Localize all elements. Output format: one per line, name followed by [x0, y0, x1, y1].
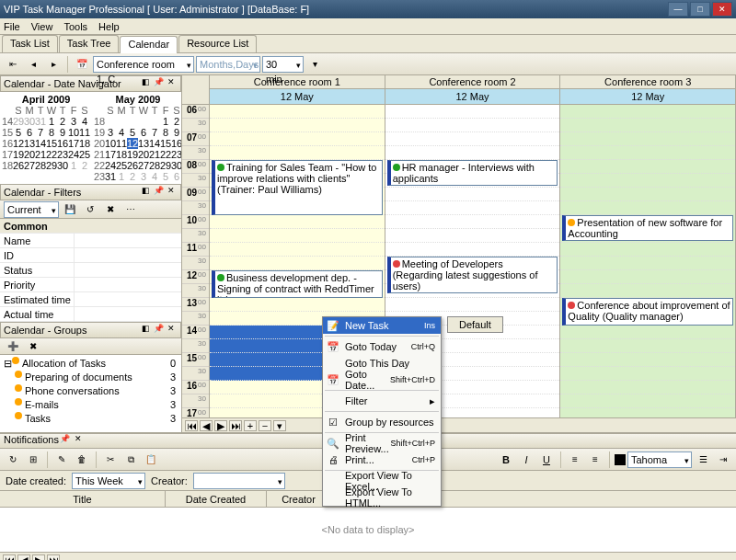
filter-more-icon[interactable]: ⋯	[121, 200, 140, 219]
menu-view[interactable]: View	[31, 18, 53, 34]
calendar-scroll-nav: ⏮ ◀ ▶ ⏭ + − ▾	[182, 417, 736, 432]
ctx-gotodate[interactable]: 📅Goto Date...Shift+Ctrl+D	[323, 371, 441, 388]
nav-first-button[interactable]: ⇤	[4, 55, 22, 74]
paste-icon[interactable]: 📋	[142, 451, 160, 469]
tree-item[interactable]: Phone conversations3	[2, 384, 179, 398]
cut-icon[interactable]: ✂	[101, 451, 120, 469]
groups-tree: ⊟ Allocation of Tasks0 Preparing of docu…	[0, 355, 181, 432]
col-title[interactable]: Title	[0, 491, 166, 507]
close-button[interactable]: ✕	[712, 2, 732, 17]
expand-icon[interactable]: ⊞	[24, 451, 42, 469]
date-navigator[interactable]: April 2009 SMTWTFS 142930311234 15567891…	[0, 92, 181, 184]
nav-first-icon[interactable]: ⏮	[3, 554, 16, 561]
appointment[interactable]: HR manager - Interviews with applicants	[387, 160, 558, 186]
refresh-icon[interactable]: ↻	[4, 451, 22, 469]
nav-first-icon[interactable]: ⏮	[185, 420, 198, 431]
left-icon[interactable]: ◧	[139, 77, 152, 90]
tree-item[interactable]: Tasks3	[2, 412, 179, 426]
align-center-icon[interactable]: ≡	[586, 451, 604, 469]
appointment[interactable]: Presentation of new software for Account…	[562, 215, 733, 241]
pin-icon[interactable]: 📌	[59, 434, 72, 447]
tree-item[interactable]: Preparing of documents3	[2, 371, 179, 384]
group-add-icon[interactable]: ➕	[4, 337, 22, 356]
datecreated-combo[interactable]: This Week	[72, 473, 145, 489]
nav-last-icon[interactable]: ⏭	[47, 554, 60, 561]
filter-reset-icon[interactable]: ↺	[81, 200, 99, 219]
font-combo[interactable]: Tahoma	[627, 451, 692, 468]
ctx-filter[interactable]: Filter	[323, 393, 441, 409]
italic-icon[interactable]: I	[517, 451, 535, 469]
maximize-button[interactable]: □	[690, 2, 710, 17]
creator-combo[interactable]	[193, 473, 285, 489]
ctx-groupby[interactable]: ☑Group by resources	[323, 414, 441, 430]
ctx-newtask[interactable]: 📝New TaskIns	[323, 317, 441, 334]
filter-acttime[interactable]: Actual time	[0, 309, 74, 320]
ctx-print[interactable]: 🖨Print...Ctrl+P	[323, 451, 441, 468]
tree-item[interactable]: E-mails3	[2, 398, 179, 412]
pin-icon[interactable]: 📌	[152, 324, 165, 337]
tab-tasklist[interactable]: Task List	[2, 35, 58, 52]
nav-last-icon[interactable]: ⏭	[229, 420, 242, 431]
color-swatch[interactable]	[615, 454, 626, 465]
col-datecreated[interactable]: Date Created	[166, 491, 267, 507]
appointment[interactable]: Training for Sales Team - "How to improv…	[212, 160, 383, 215]
tree-root[interactable]: ⊟ Allocation of Tasks0	[2, 357, 179, 371]
nav-next-button[interactable]: ▸	[44, 55, 63, 74]
default-button[interactable]: Default	[447, 316, 503, 333]
left-icon[interactable]: ◧	[139, 186, 152, 199]
pin-icon[interactable]: 📌	[152, 186, 165, 199]
group-del-icon[interactable]: ✖	[24, 337, 42, 356]
nav-next-icon[interactable]: ▶	[214, 420, 227, 431]
filter-preset-combo[interactable]: Current	[4, 201, 59, 218]
panel-close-icon[interactable]: ✕	[165, 186, 178, 199]
minimize-button[interactable]: —	[668, 2, 688, 17]
filter-delete-icon[interactable]: ✖	[101, 200, 120, 219]
left-icon[interactable]: ◧	[139, 324, 152, 337]
scale-combo[interactable]: Months,Days	[196, 56, 260, 73]
indent-icon[interactable]: ⇥	[714, 451, 732, 469]
pin-icon[interactable]: 📌	[152, 77, 165, 90]
window-titlebar: VIP Task Manager Professional [ User: Ad…	[0, 0, 736, 18]
filter-esttime[interactable]: Estimated time	[0, 294, 74, 305]
tab-tasktree[interactable]: Task Tree	[59, 35, 120, 52]
room3-column[interactable]: Presentation of new software for Account…	[560, 105, 736, 417]
nav-next-icon[interactable]: ▶	[32, 554, 45, 561]
panel-close-icon[interactable]: ✕	[72, 434, 85, 447]
filter-status[interactable]: Status	[0, 265, 74, 276]
nav-prev-icon[interactable]: ◀	[17, 554, 30, 561]
filter-save-icon[interactable]: 💾	[61, 200, 79, 219]
nav-prev-icon[interactable]: ◀	[200, 420, 213, 431]
filter-name[interactable]: Name	[0, 235, 74, 246]
menu-tools[interactable]: Tools	[63, 18, 87, 34]
bold-icon[interactable]: B	[497, 451, 515, 469]
edit-icon[interactable]: ✎	[52, 451, 71, 469]
underline-icon[interactable]: U	[537, 451, 556, 469]
remove-icon[interactable]: −	[259, 420, 271, 431]
list-icon[interactable]: ☰	[694, 451, 712, 469]
filter-priority[interactable]: Priority	[0, 280, 74, 291]
more-icon[interactable]: ▾	[273, 420, 286, 431]
copy-icon[interactable]: ⧉	[121, 451, 140, 469]
align-left-icon[interactable]: ≡	[566, 451, 584, 469]
ctx-gototoday[interactable]: 📅Goto TodayCtrl+Q	[323, 338, 441, 355]
menu-help[interactable]: Help	[98, 18, 120, 34]
panel-close-icon[interactable]: ✕	[165, 77, 178, 90]
nav-prev-button[interactable]: ◂	[24, 55, 42, 74]
appointment[interactable]: Conference about improvement of Quality …	[562, 298, 733, 326]
tab-calendar[interactable]: Calendar	[120, 36, 178, 53]
room3-date: 12 May	[560, 89, 735, 104]
menu-file[interactable]: File	[4, 18, 20, 34]
delete-icon[interactable]: 🗑	[73, 451, 91, 469]
ctx-printpreview[interactable]: 🔍Print Preview...Shift+Ctrl+P	[323, 435, 441, 451]
tab-resourcelist[interactable]: Resource List	[178, 35, 257, 52]
panel-close-icon[interactable]: ✕	[165, 324, 178, 337]
ctx-export-html[interactable]: Export View To HTML...	[323, 489, 441, 506]
filter-id[interactable]: ID	[0, 250, 74, 261]
add-icon[interactable]: +	[244, 420, 257, 431]
interval-combo[interactable]: 30 min	[262, 56, 304, 73]
appointment[interactable]: Meeting of Developers (Regarding latest …	[387, 257, 558, 293]
room-combo[interactable]: Conference room 1, C	[93, 56, 194, 73]
calendar-icon[interactable]: 📅	[73, 55, 91, 74]
dropdown-icon[interactable]: ▾	[305, 55, 324, 74]
appointment[interactable]: Business development dep. - Signing of c…	[212, 270, 383, 298]
